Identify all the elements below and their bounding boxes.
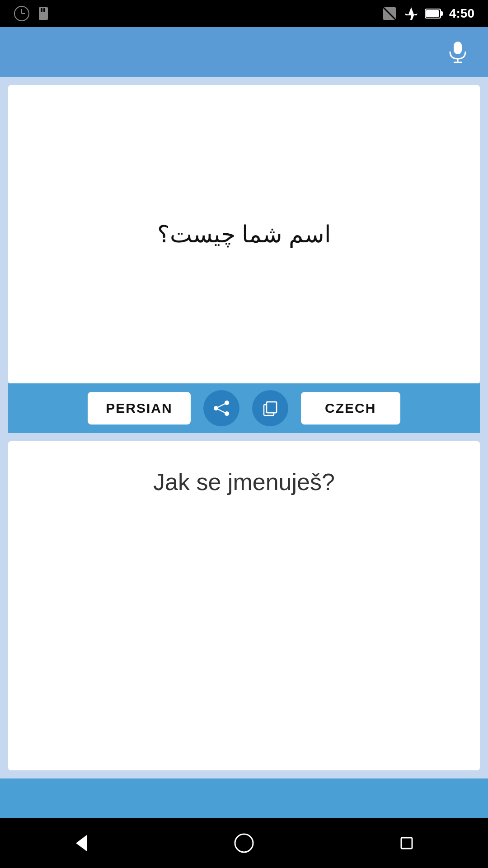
- svg-marker-22: [76, 835, 87, 851]
- back-button[interactable]: [70, 831, 93, 855]
- bottom-bar: [0, 778, 488, 818]
- svg-rect-24: [401, 838, 412, 849]
- battery-icon: [425, 7, 444, 20]
- svg-rect-9: [426, 10, 439, 17]
- home-button[interactable]: [232, 831, 256, 855]
- translation-panel: Jak se jmenuješ?: [8, 441, 480, 770]
- mic-button[interactable]: [446, 40, 470, 64]
- svg-line-17: [216, 403, 227, 408]
- home-icon: [232, 831, 256, 855]
- copy-button[interactable]: [252, 390, 288, 426]
- svg-rect-5: [43, 8, 45, 12]
- main-content: اسم شما چیست؟ PERSIAN CZECH Jak se jmenu…: [0, 77, 488, 778]
- recents-button[interactable]: [395, 831, 418, 855]
- persian-button[interactable]: PERSIAN: [88, 392, 190, 425]
- svg-rect-11: [454, 42, 462, 54]
- clock-icon: [14, 5, 30, 22]
- share-icon: [212, 399, 230, 417]
- share-button[interactable]: [203, 390, 239, 426]
- status-bar: 4:50: [0, 0, 488, 27]
- svg-rect-21: [267, 402, 277, 413]
- svg-rect-4: [41, 8, 42, 12]
- status-right-icons: 4:50: [381, 5, 474, 22]
- recents-icon: [395, 831, 418, 855]
- czech-button[interactable]: CZECH: [301, 392, 400, 425]
- mic-icon: [446, 40, 470, 64]
- app-bar: [0, 27, 488, 77]
- status-left-icons: [14, 5, 52, 22]
- svg-rect-10: [441, 11, 443, 16]
- svg-point-23: [235, 834, 253, 852]
- airplane-icon: [403, 5, 419, 22]
- source-panel: اسم شما چیست؟: [8, 85, 480, 383]
- translation-text: Jak se jmenuješ?: [153, 468, 335, 495]
- status-time: 4:50: [449, 6, 474, 21]
- toolbar: PERSIAN CZECH: [8, 383, 480, 433]
- svg-line-18: [216, 408, 227, 414]
- sdcard-icon: [35, 5, 52, 22]
- back-icon: [70, 831, 93, 855]
- nav-bar: [0, 818, 488, 868]
- copy-icon: [261, 399, 279, 417]
- source-text: اسم شما چیست؟: [157, 221, 331, 248]
- nosim-icon: [381, 5, 398, 22]
